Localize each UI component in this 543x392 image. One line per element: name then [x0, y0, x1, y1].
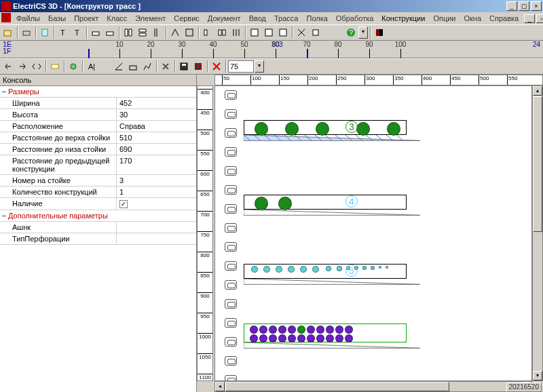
prop-value[interactable] [117, 222, 196, 233]
spin-dropdown[interactable]: ▾ [255, 60, 264, 73]
tool-b-icon[interactable] [103, 26, 117, 39]
prop-value[interactable] [117, 233, 196, 244]
prop-value[interactable]: 452 [117, 98, 196, 109]
menu-files[interactable]: Файлы [12, 14, 44, 23]
scroll-down-button[interactable]: ▾ [533, 371, 542, 380]
scroll-up-button[interactable]: ▴ [533, 86, 542, 96]
tool-a-icon[interactable] [89, 26, 102, 39]
exit-icon[interactable] [373, 26, 386, 39]
rename-icon[interactable] [48, 60, 62, 73]
help-icon[interactable]: ? [344, 26, 358, 39]
prop-value[interactable]: 690 [117, 144, 196, 155]
tool-e-icon[interactable] [150, 26, 164, 39]
menu-windows[interactable]: Окна [460, 14, 486, 23]
tool-f-icon[interactable] [168, 26, 182, 39]
prop-value[interactable]: 30 [117, 109, 196, 120]
canvas-area: 50100150200250300350400450500550 4004505… [197, 75, 543, 392]
prop-row[interactable]: РасположениеСправа [0, 121, 196, 132]
menu-help[interactable]: Справка [485, 14, 523, 23]
align-both-icon[interactable] [30, 60, 43, 73]
property-grid[interactable]: − Размеры Ширина452Высота30РасположениеС… [0, 86, 196, 392]
tool-o-icon[interactable] [309, 26, 322, 39]
menu-class[interactable]: Класс [102, 14, 131, 23]
menu-constructions[interactable]: Конструкции [377, 14, 429, 23]
tool-open-icon[interactable] [1, 26, 15, 39]
prop-value[interactable]: ✓ [117, 198, 196, 210]
menu-document[interactable]: Документ [204, 14, 245, 23]
help-dropdown[interactable]: ▾ [358, 26, 368, 39]
checkbox-icon[interactable]: ✓ [119, 200, 128, 208]
cable-ball [345, 334, 353, 342]
section2-toggle[interactable]: − [0, 212, 8, 220]
prop-value[interactable]: Справа [117, 121, 196, 132]
spin-input[interactable] [228, 60, 254, 73]
hscroll-thumb[interactable] [225, 382, 449, 391]
menu-processing[interactable]: Обработка [332, 14, 377, 23]
path-icon[interactable] [141, 60, 154, 73]
menu-route[interactable]: Трасса [270, 14, 302, 23]
minimize-button[interactable]: _ [506, 1, 517, 11]
tool-i-icon[interactable] [215, 26, 229, 39]
tool-print-icon[interactable] [20, 26, 33, 39]
shelf-rect [244, 324, 407, 342]
tool-l-icon[interactable] [262, 26, 276, 39]
svg-rect-18 [280, 29, 286, 36]
tool-k-icon[interactable] [248, 26, 261, 39]
prop-row[interactable]: Количество конструкций1 [0, 187, 196, 198]
tool-h-icon[interactable] [201, 26, 214, 39]
vscroll-thumb[interactable] [533, 96, 542, 232]
maximize-button[interactable]: ▢ [519, 1, 529, 11]
prop-row[interactable]: Расстояние до низа стойки690 [0, 144, 196, 155]
save-icon[interactable] [177, 60, 191, 73]
delete-icon[interactable] [159, 60, 172, 73]
menu-element[interactable]: Элемент [131, 14, 170, 23]
prop-row[interactable]: ТипПерфорации [0, 233, 196, 245]
prop-row[interactable]: Высота30 [0, 109, 196, 121]
tool-text2-icon[interactable]: T [71, 26, 84, 39]
box-icon[interactable] [126, 60, 140, 73]
mdi-minimize-button[interactable]: _ [524, 14, 535, 23]
tool-c-icon[interactable] [121, 26, 135, 39]
tool-n-icon[interactable] [295, 26, 308, 39]
menu-service[interactable]: Сервис [170, 14, 204, 23]
prop-row[interactable]: Расстояние до верха стойки510 [0, 132, 196, 144]
prop-value[interactable]: 3 [117, 175, 196, 186]
tool-d-icon[interactable] [136, 26, 149, 39]
tool-g-icon[interactable] [183, 26, 196, 39]
prop-row[interactable]: Ширина452 [0, 98, 196, 109]
align-left-icon[interactable] [1, 60, 15, 73]
prop-row[interactable]: Расстояние до предыдущей конструкции170 [0, 155, 196, 175]
svg-text:T: T [75, 28, 79, 37]
prop-row[interactable]: Наличие✓ [0, 198, 196, 210]
tool-j-icon[interactable] [229, 26, 243, 39]
prop-value[interactable]: 510 [117, 132, 196, 143]
prop-row[interactable]: Ашнк [0, 222, 196, 233]
document-icon[interactable] [1, 13, 11, 22]
shelf-floor [244, 342, 420, 349]
align-right-icon[interactable] [16, 60, 29, 73]
text-a-icon[interactable]: A| [85, 60, 98, 73]
menu-options[interactable]: Опции [429, 14, 460, 23]
vertical-scrollbar[interactable]: ▴ ▾ [532, 85, 543, 381]
scroll-left-button[interactable]: ◂ [215, 382, 225, 391]
section1-toggle[interactable]: − [0, 87, 8, 96]
mdi-restore-button[interactable]: ▫ [536, 14, 543, 23]
horizontal-scrollbar[interactable]: ◂ ▸ [214, 381, 532, 392]
close-button[interactable]: × [531, 1, 542, 11]
drawing-canvas[interactable]: 345 [214, 85, 532, 381]
menu-project[interactable]: Проект [70, 14, 102, 23]
menu-shelf[interactable]: Полка [302, 14, 331, 23]
tool-export-icon[interactable] [38, 26, 52, 39]
menu-bases[interactable]: Базы [44, 14, 70, 23]
cancel-x-icon[interactable] [210, 60, 223, 73]
gear-icon[interactable] [67, 60, 80, 73]
tool-m-icon[interactable] [276, 26, 290, 39]
prop-value[interactable]: 170 [117, 155, 196, 174]
tool-text1-icon[interactable]: T [56, 26, 70, 39]
prop-value[interactable]: 1 [117, 187, 196, 197]
svg-rect-12 [223, 30, 225, 35]
prop-row[interactable]: Номер на стойке3 [0, 175, 196, 187]
save-x-icon[interactable] [191, 60, 205, 73]
menu-input[interactable]: Ввод [245, 14, 270, 23]
angle-icon[interactable] [112, 60, 126, 73]
